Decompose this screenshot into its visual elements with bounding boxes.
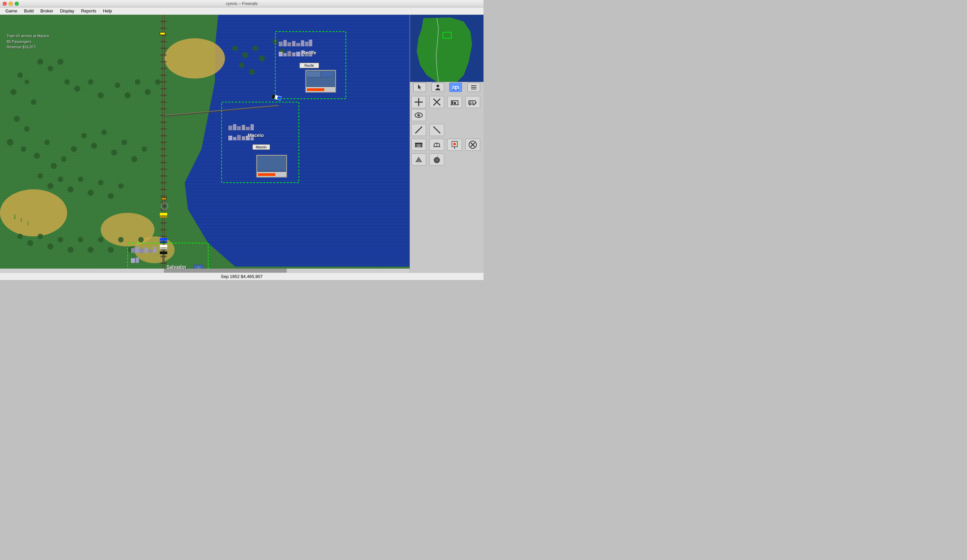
svg-point-57 (27, 240, 33, 246)
map-canvas: ⚓ Recife Maceio Recife Maceio Salvador (0, 15, 410, 273)
svg-point-31 (111, 150, 117, 155)
dynamite-tool[interactable] (429, 153, 444, 166)
svg-point-59 (47, 244, 53, 249)
svg-rect-81 (283, 40, 287, 46)
svg-point-58 (38, 234, 43, 239)
svg-point-66 (118, 237, 124, 242)
svg-rect-92 (296, 52, 300, 56)
svg-rect-165 (160, 238, 167, 241)
svg-point-39 (115, 82, 120, 88)
svg-rect-182 (307, 77, 335, 86)
svg-point-36 (74, 86, 80, 92)
svg-rect-214 (452, 101, 453, 104)
svg-point-51 (78, 176, 83, 182)
placeholder1 (447, 124, 462, 136)
tunnel-tool[interactable] (411, 138, 426, 151)
svg-rect-100 (246, 127, 250, 130)
diagonal-nw-tool[interactable] (429, 124, 444, 136)
svg-point-72 (233, 46, 238, 51)
svg-point-63 (87, 247, 94, 253)
station-tool[interactable] (447, 96, 462, 108)
svg-point-52 (87, 190, 94, 196)
remove-tool[interactable] (465, 138, 480, 151)
maximize-button[interactable] (15, 2, 19, 6)
menu-help[interactable]: Help (101, 8, 115, 14)
svg-point-28 (81, 133, 87, 138)
menu-game[interactable]: Game (3, 8, 20, 14)
svg-rect-215 (454, 102, 456, 104)
svg-rect-115 (136, 257, 139, 263)
signal-tool[interactable] (447, 138, 462, 151)
placeholder2 (465, 124, 480, 136)
svg-point-34 (142, 147, 147, 152)
svg-rect-87 (309, 40, 312, 46)
right-panel (410, 15, 484, 273)
track-tools-row1 (411, 96, 482, 121)
minimize-button[interactable] (9, 2, 13, 6)
svg-point-16 (25, 79, 29, 84)
svg-marker-198 (417, 18, 472, 82)
svg-point-244 (435, 158, 439, 162)
svg-rect-103 (233, 137, 236, 140)
svg-point-29 (91, 143, 97, 149)
structure-tools (411, 138, 482, 151)
svg-line-227 (434, 127, 440, 133)
svg-rect-69 (14, 214, 15, 219)
svg-rect-117 (163, 15, 164, 273)
game-viewport[interactable]: ⚓ Recife Maceio Recife Maceio Salvador T… (0, 15, 410, 273)
svg-point-74 (252, 46, 258, 51)
menu-build[interactable]: Build (21, 8, 36, 14)
horizontal-scrollbar[interactable] (0, 268, 410, 273)
svg-point-27 (71, 146, 77, 152)
tab-list[interactable] (467, 82, 480, 92)
svg-rect-97 (233, 124, 236, 130)
svg-point-32 (122, 140, 127, 145)
svg-rect-102 (228, 136, 233, 140)
diagonal-track-tool[interactable] (429, 96, 444, 108)
svg-rect-181 (321, 71, 334, 77)
svg-rect-70 (28, 221, 28, 225)
svg-rect-89 (283, 53, 287, 56)
scrollbar-thumb[interactable] (164, 268, 287, 273)
svg-text:Recife: Recife (302, 50, 316, 55)
svg-point-21 (7, 139, 13, 146)
menu-display[interactable]: Display (58, 8, 77, 14)
svg-rect-207 (471, 87, 477, 87)
svg-rect-84 (296, 43, 300, 46)
bulldoze-tool[interactable] (411, 153, 426, 166)
straight-track-tool[interactable] (411, 96, 426, 108)
svg-point-77 (249, 69, 255, 75)
svg-point-47 (38, 173, 43, 179)
svg-point-61 (68, 247, 74, 253)
svg-rect-88 (279, 52, 283, 56)
menu-reports[interactable]: Reports (78, 8, 99, 14)
train-tool[interactable] (465, 96, 480, 108)
tab-cursor[interactable] (413, 82, 426, 92)
diagonal-ne-tool[interactable] (411, 124, 426, 136)
svg-rect-80 (279, 42, 283, 46)
tab-person[interactable] (431, 82, 444, 92)
svg-rect-164 (160, 216, 167, 217)
svg-rect-208 (471, 89, 477, 89)
svg-point-17 (10, 89, 17, 95)
minimap[interactable] (410, 15, 484, 82)
svg-point-43 (155, 79, 160, 85)
close-button[interactable] (3, 2, 7, 6)
svg-rect-183 (307, 88, 324, 91)
svg-point-25 (51, 163, 57, 169)
menu-broker[interactable]: Broker (38, 8, 56, 14)
svg-point-205 (457, 89, 458, 90)
svg-rect-114 (131, 258, 135, 263)
view-tool[interactable] (411, 109, 426, 121)
svg-point-76 (239, 63, 244, 68)
svg-rect-187 (258, 173, 276, 176)
svg-rect-108 (131, 248, 135, 253)
tab-train[interactable] (449, 82, 462, 92)
svg-point-15 (18, 72, 23, 78)
svg-point-68 (138, 237, 144, 242)
svg-point-50 (68, 186, 74, 193)
svg-point-24 (45, 140, 50, 145)
svg-rect-174 (162, 198, 166, 200)
bridge-tool[interactable] (429, 138, 444, 151)
svg-rect-202 (453, 87, 455, 89)
